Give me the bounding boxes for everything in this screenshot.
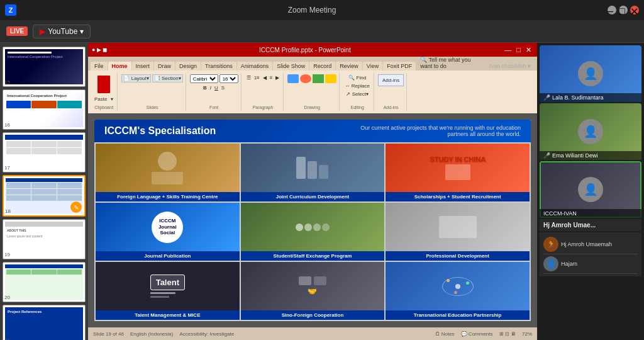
font-family-select[interactable]: Calibri <box>190 74 218 83</box>
icccm-journal-logo: ICCCMJournalSocial <box>152 212 183 243</box>
participant-card-ema[interactable]: 👤 🎤 Ema Wilianti Dewi <box>540 103 641 160</box>
scholarships-label: Scholarships + Student Recruitment <box>386 192 530 201</box>
participant-card-lala[interactable]: 👤 🎤 Lala B. Sudimantara <box>540 45 641 102</box>
tab-home[interactable]: Home <box>108 62 131 71</box>
participant-name-ivan: ICCCM-IVAN <box>543 210 577 217</box>
tab-draw[interactable]: Draw <box>154 62 175 71</box>
close-button[interactable]: ✕ <box>630 6 639 14</box>
ribbon-group-clipboard: Paste ▾ Clipboard <box>91 73 118 111</box>
ribbon-addins[interactable]: Add-ins <box>378 74 404 86</box>
slide-number-20: 20 <box>4 295 10 300</box>
tab-animations[interactable]: Animations <box>237 62 273 71</box>
ribbon-group-font: Calibri 16 B I U S Font <box>187 73 242 111</box>
ribbon-find[interactable]: 🔍 Find <box>347 74 367 81</box>
tab-transitions[interactable]: Transitions <box>201 62 236 71</box>
talent-image: Talent <box>96 262 240 310</box>
participant-nameplate-lala: 🎤 Lala B. Sudimantara <box>540 93 641 102</box>
professional-image <box>386 203 530 251</box>
slide-thumb-18[interactable]: ✎ 18 <box>3 175 86 217</box>
ribbon-content: Paste ▾ Clipboard 📄 Layout▾ 📑 Section▾ S… <box>88 71 537 113</box>
slide-frame: ICCCM's Specialisation Our current activ… <box>94 120 531 321</box>
tab-file[interactable]: File <box>91 62 108 71</box>
grid-cell-joint-curriculum: Joint Curriculum Development <box>241 144 385 201</box>
foreign-language-label: Foreign Language + Skills Training Centr… <box>96 192 240 201</box>
slide-header: ICCCM's Specialisation Our current activ… <box>94 120 531 142</box>
ribbon-group-paragraph: ☰ 1≡ ◀ ≡ ▶ Paragraph <box>243 73 284 111</box>
ribbon-align-right[interactable]: ▶ <box>274 74 280 81</box>
zoom-level: 72% <box>522 331 532 337</box>
ribbon-group-addins: Add-ins Add-ins <box>375 73 407 111</box>
youtube-button[interactable]: ▶ YouTube ▾ <box>33 25 91 38</box>
maximize-button[interactable]: □ <box>619 6 628 14</box>
exchange-label: Student/Staff Exchange Program <box>241 251 385 261</box>
ribbon-paste[interactable]: Paste <box>93 96 108 103</box>
name-amroh: Hj Amroh Umaemah <box>561 241 612 247</box>
sino-label: Sino-Foreign Cooperation <box>241 310 385 320</box>
clipboard-label: Clipboard <box>94 105 113 110</box>
ribbon-bold[interactable]: B <box>202 84 208 91</box>
ribbon-bullets[interactable]: ☰ <box>245 74 252 81</box>
tab-record[interactable]: Record <box>309 62 335 71</box>
window-title: Zoom Meeting <box>21 6 602 14</box>
ppt-title: ICCCM Profile.pptx - PowerPoint <box>109 47 500 54</box>
ribbon-group-drawing: Drawing <box>285 73 340 111</box>
language-status: English (Indonesia) <box>130 331 173 337</box>
minimize-button[interactable]: – <box>608 6 616 14</box>
ribbon-numbering[interactable]: 1≡ <box>253 74 261 81</box>
tab-view[interactable]: View <box>363 62 382 71</box>
tab-design[interactable]: Design <box>175 62 201 71</box>
ribbon-group-slides: 📄 Layout▾ 📑 Section▾ Slides <box>119 73 186 111</box>
tab-review[interactable]: Review <box>336 62 362 71</box>
joint-curriculum-label: Joint Curriculum Development <box>241 192 385 201</box>
ribbon-format-painter[interactable]: ▾ <box>109 96 114 103</box>
ppt-minimize[interactable]: — <box>502 46 513 54</box>
slide-thumb-15[interactable]: International Cooperation Project 15 <box>3 47 86 87</box>
accessibility-status: Accessibility: Investigate <box>179 331 234 337</box>
window-controls: – □ ✕ <box>608 6 639 14</box>
ppt-window-controls: — □ ✕ <box>502 46 533 54</box>
font-size-select[interactable]: 16 <box>219 74 238 83</box>
tab-foxitpdf[interactable]: Foxit PDF <box>383 62 416 71</box>
ribbon-group-editing: 🔍 Find ↔ Replace ↗ Select▾ Editing <box>341 73 374 111</box>
participants-list: 🏃 Hj Amroh Umaemah 👤 Hajam <box>540 232 641 276</box>
grid-cell-sino: 🤝 Sino-Foreign Cooperation <box>241 262 385 320</box>
view-controls: ⊞ ⊡ 🖥 <box>499 331 516 337</box>
ppt-statusbar: Slide 19 of 46 English (Indonesia) Acces… <box>88 327 537 340</box>
ribbon-section[interactable]: 📑 Section▾ <box>152 74 183 82</box>
ribbon-tabs: File Home Insert Draw Design Transitions… <box>88 57 537 71</box>
participant-card-ivan[interactable]: 👤 ICCCM-IVAN <box>540 161 641 218</box>
list-item-hajam[interactable]: 👤 Hajam <box>543 254 638 274</box>
ribbon-strikethrough[interactable]: S <box>220 84 226 91</box>
ribbon-italic[interactable]: I <box>209 84 213 91</box>
slide-subtext: Our current active projects that we're r… <box>345 125 521 137</box>
slide-content-area: ICCCM's Specialisation Our current activ… <box>88 113 537 327</box>
main-content: International Cooperation Project 15 Int… <box>0 43 644 340</box>
edit-icon: ✎ <box>70 201 82 213</box>
participant-nameplate-ema: 🎤 Ema Wilianti Dewi <box>540 151 641 160</box>
slide-thumb-16[interactable]: International Cooperation Project 16 <box>3 89 86 130</box>
live-badge: LIVE <box>6 26 28 36</box>
specialisation-grid: Foreign Language + Skills Training Centr… <box>94 142 531 321</box>
slide-thumb-19[interactable]: ABOUT THIS Lorem ipsum text content 19 <box>3 219 86 259</box>
tab-slideshow[interactable]: Slide Show <box>273 62 309 71</box>
participant-avatar-ema: 👤 <box>578 119 603 144</box>
tab-insert[interactable]: Insert <box>132 62 154 71</box>
ppt-restore[interactable]: □ <box>514 46 523 54</box>
grid-cell-foreign-language: Foreign Language + Skills Training Centr… <box>96 144 240 201</box>
slide-thumb-20[interactable]: 20 <box>3 262 86 302</box>
tab-search[interactable]: 🔍 Tell me what you want to do <box>416 55 485 71</box>
slide-thumb-17[interactable]: 17 <box>3 132 86 173</box>
list-item-amroh[interactable]: 🏃 Hj Amroh Umaemah <box>543 235 638 254</box>
ribbon-select[interactable]: ↗ Select▾ <box>345 91 369 98</box>
slide-thumb-21[interactable]: Project References 21 <box>3 305 86 340</box>
ribbon-align-left[interactable]: ◀ <box>262 74 268 81</box>
participant-avatar-ivan: 👤 <box>578 177 603 202</box>
addins-label: Add-ins <box>384 105 399 110</box>
ribbon-replace[interactable]: ↔ Replace <box>343 82 371 89</box>
ribbon-align-center[interactable]: ≡ <box>269 74 274 81</box>
ribbon-new-slide[interactable]: 📄 Layout▾ <box>121 74 150 82</box>
professional-label: Professional Development <box>386 251 530 261</box>
ribbon-underline[interactable]: U <box>213 84 219 91</box>
chevron-down-icon: ▾ <box>80 27 84 36</box>
ppt-close[interactable]: ✕ <box>524 46 533 54</box>
